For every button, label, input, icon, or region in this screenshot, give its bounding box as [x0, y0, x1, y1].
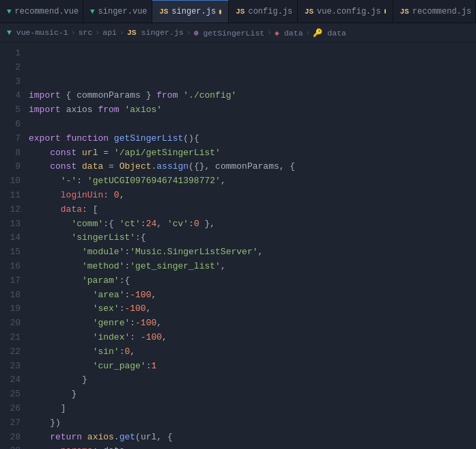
code-line: 'cur_page':1	[29, 359, 469, 374]
token-plain	[29, 161, 50, 172]
token-str: 'cv'	[167, 219, 188, 229]
token-str: 'comm'	[71, 219, 103, 229]
breadcrumb-separator: ›	[306, 28, 311, 37]
token-str: 'ct'	[114, 219, 141, 229]
breadcrumb-item: api	[102, 28, 117, 37]
tab-singer-vue[interactable]: ▼singer.vue	[83, 0, 152, 23]
token-plain	[29, 176, 61, 186]
token-plain	[29, 432, 50, 442]
line-number: 24	[0, 373, 20, 387]
code-line: 'singerList':{	[29, 231, 469, 245]
line-number: 26	[0, 402, 20, 416]
line-number: 17	[0, 274, 20, 288]
tab-singer-js[interactable]: JSsinger.js	[152, 0, 229, 23]
code-line: })	[29, 416, 469, 431]
token-plain: : data	[93, 446, 125, 449]
token-plain	[29, 232, 71, 243]
tab-label: recommend.js	[412, 7, 471, 16]
tab-label: vue.config.js	[317, 7, 381, 16]
token-plain: (url, {	[135, 432, 173, 442]
tab-vue-config-js[interactable]: JSvue.config.js	[298, 0, 393, 23]
token-plain: =	[98, 148, 113, 158]
line-number: 15	[0, 245, 20, 260]
line-number: 29	[0, 444, 20, 449]
token-str: './config'	[183, 90, 236, 100]
code-line: params: data	[29, 444, 469, 449]
token-method: get	[120, 432, 135, 442]
token-num: 24	[146, 219, 157, 229]
token-str: 'module'	[82, 247, 124, 257]
token-method: assign	[156, 161, 188, 172]
token-prop: loginUin	[61, 190, 103, 200]
vue-icon: ▼	[7, 8, 12, 16]
token-var: data	[82, 161, 103, 172]
token-plain	[29, 446, 61, 449]
token-plain: .	[114, 432, 120, 442]
token-str: 'param'	[82, 275, 120, 286]
breadcrumb-separator: ›	[186, 28, 191, 37]
code-line: 'genre':-100,	[29, 316, 469, 331]
token-plain: ,	[221, 176, 226, 186]
breadcrumb-item: 🔑 data	[313, 28, 346, 38]
breadcrumb-item: JS singer.js	[127, 28, 184, 37]
token-plain: },	[199, 219, 215, 229]
token-plain: commonParams	[76, 90, 141, 100]
token-prop: params	[61, 446, 93, 449]
line-number: 23	[0, 359, 20, 374]
token-plain	[76, 161, 82, 172]
token-plain: :	[141, 219, 146, 229]
code-line: import axios from 'axios'	[29, 103, 469, 118]
tab-label: singer.vue	[98, 7, 148, 16]
token-plain: }	[141, 90, 156, 100]
tab-label: config.js	[248, 7, 292, 16]
token-str: '-'	[61, 176, 76, 186]
token-var: axios	[87, 432, 114, 442]
token-num: 0	[114, 190, 120, 200]
code-line: '-': 'getUCGI0976946741398772',	[29, 174, 469, 189]
token-plain: ,	[257, 247, 263, 257]
line-number: 25	[0, 387, 20, 402]
line-number: 5	[0, 103, 20, 118]
token-plain: :	[188, 219, 194, 229]
token-kw: import	[29, 105, 61, 115]
breadcrumb-icon: ▼	[7, 28, 16, 37]
token-plain	[29, 332, 93, 342]
code-line: 'param':{	[29, 274, 469, 288]
token-plain: :	[76, 176, 87, 186]
line-number: 1	[0, 46, 20, 61]
vue-icon: ▼	[90, 8, 95, 16]
code-line: data: [	[29, 203, 469, 217]
tab-recommend-vue-1[interactable]: ▼recommend.vue	[0, 0, 83, 23]
line-numbers: 1234567891011121314151617181920212223242…	[0, 42, 29, 449]
token-plain	[29, 190, 61, 200]
token-str: '/api/getSingerList'	[114, 148, 221, 158]
code-line: 'sin':0,	[29, 345, 469, 359]
line-number: 22	[0, 345, 20, 359]
token-plain	[29, 261, 82, 271]
token-num: -100	[124, 303, 145, 314]
token-str: 'axios'	[124, 105, 162, 115]
tab-config-js[interactable]: JSconfig.js	[229, 0, 298, 23]
token-plain: =	[103, 161, 119, 172]
code-line: 'module':'Music.SingerListServer',	[29, 245, 469, 260]
token-plain	[109, 133, 114, 144]
token-str: 'sin'	[93, 346, 120, 357]
token-str: 'Music.SingerListServer'	[130, 247, 257, 257]
token-num: 1	[151, 361, 156, 371]
line-number: 8	[0, 146, 20, 161]
tab-label: singer.js	[171, 7, 216, 16]
line-number: 12	[0, 203, 20, 217]
js-icon: JS	[305, 8, 313, 16]
js-icon: JS	[236, 8, 244, 16]
code-line: }	[29, 373, 469, 387]
token-kw: const	[50, 161, 76, 172]
token-plain: ,	[146, 303, 152, 314]
code-line: import { commonParams } from './config'	[29, 89, 469, 103]
line-number: 20	[0, 316, 20, 331]
token-str: 'cur_page'	[93, 361, 146, 371]
token-str: 'method'	[82, 261, 124, 271]
token-num: -100	[130, 290, 151, 300]
token-plain: : [	[82, 204, 98, 215]
tab-recommend-js[interactable]: JSrecommend.js	[393, 0, 476, 23]
line-number: 2	[0, 61, 20, 75]
